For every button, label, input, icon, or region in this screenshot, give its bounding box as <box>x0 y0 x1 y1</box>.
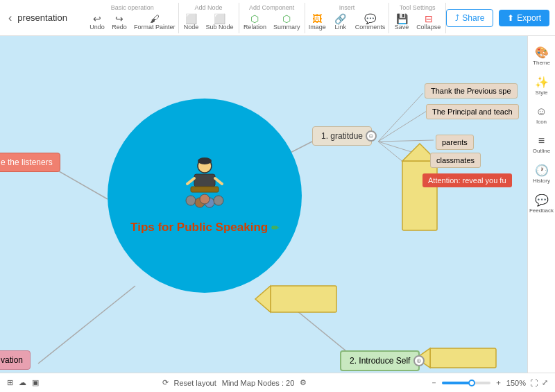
settings-icon[interactable]: ⚙ <box>300 378 307 387</box>
summary-button[interactable]: ⬡ Summary <box>271 12 302 32</box>
statusbar-right: － ＋ 150% ⛶ ⤢ <box>430 377 548 388</box>
attention-sub-node[interactable]: Attention: reveal you fu <box>422 173 512 187</box>
statusbar-icon-grid[interactable]: ⊞ <box>7 378 13 387</box>
redo-button[interactable]: ↪ Redo <box>110 12 129 32</box>
share-icon: ⤴ <box>455 13 459 23</box>
toolbar-group-label-addnode: Add Node <box>195 4 223 11</box>
toolbar-group-label-component: Add Component <box>249 4 294 11</box>
statusbar-icon-cloud[interactable]: ☁ <box>19 378 26 387</box>
sidebar-item-feedback[interactable]: 💬 Feedback <box>528 189 555 218</box>
svg-rect-22 <box>191 187 219 192</box>
mind-map-canvas[interactable]: Tips for Public Speaking ✏ 1. gratitdue … <box>0 36 527 373</box>
gratitude-node[interactable]: 1. gratitdue ⊖ <box>312 126 372 146</box>
parents-sub-node[interactable]: parents <box>436 135 474 150</box>
save-icon: 💾 <box>396 14 408 24</box>
format-painter-button[interactable]: 🖌 Format Painter <box>132 12 178 32</box>
toolbar-group-label-basic: Basic operation <box>111 4 154 11</box>
svg-line-5 <box>378 111 427 142</box>
sidebar-item-style[interactable]: ✨ Style <box>528 71 555 100</box>
toolbar-group-insert: Insert 🖼 Image 🔗 Link 💬 Comments <box>305 3 389 33</box>
attention-label: Attention: reveal you fu <box>428 176 506 185</box>
svg-point-23 <box>186 196 196 205</box>
statusbar-icon-view[interactable]: ▣ <box>32 378 39 387</box>
central-node[interactable]: Tips for Public Speaking ✏ <box>108 99 302 293</box>
sidebar-item-history[interactable]: 🕐 History <box>528 160 555 188</box>
sub-node-button[interactable]: ⬜ Sub Node <box>204 12 236 32</box>
share-button[interactable]: ⤴ Share <box>446 9 493 27</box>
svg-line-2 <box>38 286 135 364</box>
introduce-self-node[interactable]: 2. Introduce Self ⊕ <box>340 350 420 371</box>
node-button[interactable]: ⬜ Node <box>182 12 201 32</box>
sidebar-item-icon[interactable]: ☺ Icon <box>528 101 555 129</box>
central-edit-icon[interactable]: ✏ <box>271 223 279 233</box>
listeners-label: e the listeners <box>1 157 53 167</box>
export-button[interactable]: ⬆ Export <box>499 10 549 26</box>
svg-line-20 <box>187 178 194 184</box>
link-button[interactable]: 🔗 Link <box>331 12 350 32</box>
style-icon: ✨ <box>535 76 549 89</box>
style-label: Style <box>536 90 548 96</box>
comments-icon: 💬 <box>364 14 376 24</box>
svg-line-6 <box>378 140 434 142</box>
relation-button[interactable]: ⬡ Relation <box>241 12 268 32</box>
zoom-out-button[interactable]: － <box>430 377 438 388</box>
image-icon: 🖼 <box>312 14 322 24</box>
fullscreen-button[interactable]: ⤢ <box>542 378 548 387</box>
collapse-button[interactable]: ⊟ Collapse <box>414 12 443 32</box>
reset-layout-label: Reset layout <box>174 379 216 387</box>
svg-rect-19 <box>194 174 215 187</box>
export-icon: ⬆ <box>507 13 514 23</box>
format-painter-label: Format Painter <box>134 24 176 31</box>
svg-rect-15 <box>430 348 496 368</box>
toolbar-nav: ‹ presentation <box>6 9 78 27</box>
toolbar: ‹ presentation Basic operation ↩ Undo ↪ … <box>0 0 555 36</box>
mind-map-nodes-label: Mind Map Nodes : 20 <box>222 379 295 387</box>
statusbar-left: ⊞ ☁ ▣ <box>7 378 39 387</box>
sidebar-item-outline[interactable]: ≡ Outline <box>528 130 555 158</box>
thank-sub-node[interactable]: Thank the Previous spe <box>425 83 518 99</box>
node-label: Node <box>184 24 199 31</box>
fit-view-button[interactable]: ⛶ <box>530 379 538 387</box>
toolbar-group-label-insert: Insert <box>339 4 355 11</box>
undo-button[interactable]: ↩ Undo <box>87 12 107 32</box>
classmates-sub-node[interactable]: classmates <box>430 153 481 168</box>
feedback-icon: 💬 <box>535 194 549 207</box>
svg-rect-11 <box>402 161 437 230</box>
back-button[interactable]: ‹ <box>6 9 15 27</box>
image-button[interactable]: 🖼 Image <box>307 12 328 32</box>
gratitude-connector[interactable]: ⊖ <box>366 130 377 142</box>
feedback-label: Feedback <box>529 207 554 214</box>
statusbar-center: ⟳ Reset layout Mind Map Nodes : 20 ⚙ <box>162 378 307 387</box>
parents-label: parents <box>442 138 468 146</box>
outline-label: Outline <box>533 148 550 154</box>
save-button[interactable]: 💾 Save <box>392 12 411 32</box>
sidebar-item-theme[interactable]: 🎨 Theme <box>528 42 555 70</box>
svg-line-1 <box>56 169 108 199</box>
listeners-node[interactable]: e the listeners <box>0 153 60 172</box>
svg-line-4 <box>378 93 423 142</box>
toolbar-group-tool-settings: Tool Settings 💾 Save ⊟ Collapse <box>389 3 446 33</box>
zoom-slider[interactable] <box>442 382 490 384</box>
introduce-self-label: 2. Introduce Self <box>350 356 410 366</box>
relation-label: Relation <box>244 24 266 31</box>
introduce-self-connector[interactable]: ⊕ <box>413 355 425 366</box>
svg-line-7 <box>378 142 429 157</box>
toolbar-group-label-tools: Tool Settings <box>400 4 436 11</box>
svg-point-26 <box>214 196 223 205</box>
speaker-icon <box>177 157 232 215</box>
svg-line-8 <box>378 142 423 178</box>
principal-sub-node[interactable]: The Principal and teach <box>426 104 519 119</box>
reset-layout-button[interactable]: ⟳ <box>162 378 169 387</box>
toolbar-right: ⤴ Share ⬆ Export <box>446 9 549 27</box>
statusbar: ⊞ ☁ ▣ ⟳ Reset layout Mind Map Nodes : 20… <box>0 373 555 392</box>
link-label: Link <box>334 24 346 31</box>
node-icon: ⬜ <box>185 14 197 24</box>
outline-icon: ≡ <box>538 135 545 147</box>
zoom-in-button[interactable]: ＋ <box>495 377 502 388</box>
undo-label: Undo <box>89 24 105 31</box>
collapse-icon: ⊟ <box>425 14 433 24</box>
vation-node[interactable]: vation <box>0 350 31 370</box>
svg-point-27 <box>200 194 210 204</box>
comments-label: Comments <box>355 24 386 31</box>
comments-button[interactable]: 💬 Comments <box>353 12 388 32</box>
